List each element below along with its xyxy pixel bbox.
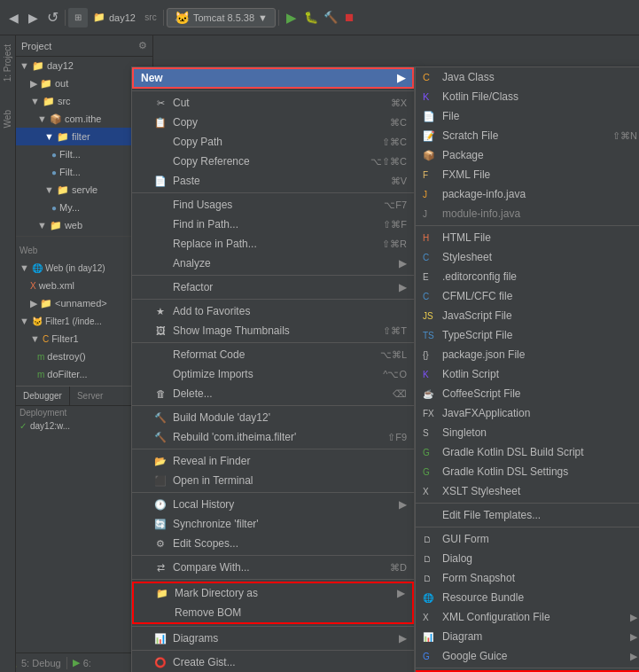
submenu-singleton[interactable]: S Singleton [416,423,639,442]
find-path-label: Find in Path... [173,218,238,231]
submenu-stylesheet[interactable]: C Stylesheet [416,247,639,267]
src-folder-icon: 📁 [43,96,55,107]
fxml-icon: F [423,170,437,180]
menu-item-edit-scopes[interactable]: ⚙ Edit Scopes... [132,534,414,553]
status-run-tab[interactable]: ▶ 6: [73,657,91,668]
toolbar-forward-btn[interactable]: ▶ [23,8,43,27]
cut-icon: ✂ [153,96,168,110]
submenu-resource-bundle[interactable]: 🌐 Resource Bundle [416,588,639,607]
submenu-pkgjson[interactable]: {} package.json File [416,345,639,364]
submenu-package[interactable]: 📦 Package [416,145,639,165]
debug-button[interactable]: 🐛 [301,8,321,27]
submenu-diagram[interactable]: 📊 Diagram ▶ [416,627,639,646]
copy-left: 📋 Copy [153,115,198,129]
submenu-html[interactable]: H HTML File [416,228,639,247]
mark-dir-icon: 📁 [155,586,169,600]
diagram-arrow: ▶ [630,631,637,643]
menu-item-cut[interactable]: ✂ Cut ⌘X [132,93,414,113]
tomcat-selector[interactable]: 🐱 Tomcat 8.5.38 ▼ [167,8,276,27]
submenu-xslt[interactable]: X XSLT Stylesheet [416,481,639,501]
submenu-kotlin-class[interactable]: K Kotlin File/Class [416,87,639,106]
scratch-left: 📝 Scratch File [423,129,498,142]
menu-item-reformat[interactable]: Reformat Code ⌥⌘L [132,345,414,364]
submenu-ts[interactable]: TS TypeScript File [416,325,639,345]
toolbar-back-btn[interactable]: ◀ [4,8,23,27]
submenu-cfml[interactable]: C CFML/CFC file [416,286,639,306]
diagrams-arrow: ▶ [399,632,407,645]
submenu-fxml[interactable]: F FXML File [416,165,639,184]
server-tab[interactable]: Server [70,387,110,405]
submenu-form-snapshot[interactable]: 🗋 Form Snapshot [416,568,639,588]
tomcat-dropdown-icon: ▼ [258,12,268,23]
submenu-module-info[interactable]: J module-info.java [416,204,639,223]
local-history-left: 🕐 Local History [153,497,234,512]
menu-item-thumbnails[interactable]: 🖼 Show Image Thumbnails ⇧⌘T [132,321,414,340]
menu-item-replace-path[interactable]: Replace in Path... ⇧⌘R [132,234,414,254]
edit-templates-label: Edit File Templates... [442,509,541,521]
tree-item-label: Web (in day12) [45,263,105,273]
menu-item-favorites[interactable]: ★ Add to Favorites [132,301,414,321]
menu-item-reveal[interactable]: 📂 Reveal in Finder [132,451,414,471]
gui-form-icon: 🗋 [423,535,437,544]
gradle-build-icon: G [423,448,437,457]
menu-item-build[interactable]: 🔨 Build Module 'day12' [132,408,414,427]
submenu-gradle-settings[interactable]: G Gradle Kotlin DSL Settings [416,462,639,481]
new-label: New [141,72,163,84]
run-button[interactable]: ▶ [282,8,301,27]
submenu-google-guice[interactable]: G Google Guice ▶ [416,646,639,666]
menu-item-delete[interactable]: 🗑 Delete... ⌫ [132,384,414,403]
menu-item-find-path[interactable]: Find in Path... ⇧⌘F [132,215,414,234]
submenu-package-info[interactable]: J package-info.java [416,184,639,204]
submenu-file[interactable]: 📄 File [416,106,639,126]
menu-item-terminal[interactable]: ⬛ Open in Terminal [132,471,414,490]
menu-item-copy[interactable]: 📋 Copy ⌘C [132,113,414,132]
project-header-settings[interactable]: ⚙ [138,40,147,51]
tree-item-label: out [55,78,68,89]
submenu-scratch[interactable]: 📝 Scratch File ⇧⌘N [416,126,639,145]
submenu-js[interactable]: JS JavaScript File [416,306,639,325]
submenu-dialog[interactable]: 🗋 Dialog [416,549,639,568]
debugger-tab[interactable]: Debugger [16,387,70,405]
menu-item-remove-bom[interactable]: Remove BOM [134,603,412,622]
ts-icon: TS [423,331,437,340]
menu-item-rebuild[interactable]: 🔨 Rebuild 'com.itheima.filter' ⇧F9 [132,427,414,447]
menu-item-local-history[interactable]: 🕐 Local History ▶ [132,495,414,514]
menu-item-copy-ref[interactable]: Copy Reference ⌥⇧⌘C [132,152,414,171]
menu-item-gist[interactable]: ⭕ Create Gist... [132,652,414,672]
submenu-kotlin-script[interactable]: K Kotlin Script [416,364,639,384]
submenu-coffeescript[interactable]: ☕ CoffeeScript File [416,384,639,403]
context-menu: New ▶ ✂ Cut ⌘X 📋 Copy ⌘C Copy Path ⇧⌘C [131,66,415,672]
tree-item-label: web.xml [39,280,74,291]
menu-item-diagrams[interactable]: 📊 Diagrams ▶ [132,629,414,648]
submenu-gui-form[interactable]: 🗋 GUI Form [416,529,639,549]
build-button[interactable]: 🔨 [321,8,340,27]
submenu-javafx[interactable]: FX JavaFXApplication [416,403,639,423]
menu-item-mark-directory[interactable]: 📁 Mark Directory as ▶ [134,583,412,603]
refactor-arrow: ▶ [399,281,407,293]
menu-item-refactor[interactable]: Refactor ▶ [132,277,414,297]
menu-item-compare[interactable]: ⇄ Compare With... ⌘D [132,558,414,577]
menu-item-synchronize[interactable]: 🔄 Synchronize 'filter' [132,514,414,534]
menu-sep-2 [132,192,414,193]
mark-dir-left: 📁 Mark Directory as [155,586,258,600]
favorites-icon: ★ [153,304,168,318]
menu-item-new[interactable]: New ▶ [132,67,414,89]
submenu-gradle-build[interactable]: G Gradle Kotlin DSL Build Script [416,442,639,462]
status-run-label: 6: [83,658,91,668]
stop-button[interactable]: ⏹ [340,8,360,27]
submenu-java-class[interactable]: C Java Class [416,67,639,87]
sidebar-tab-project[interactable]: 1: Project [1,39,14,87]
menu-item-paste[interactable]: 📄 Paste ⌘V [132,171,414,191]
menu-item-copy-path[interactable]: Copy Path ⇧⌘C [132,132,414,152]
submenu-edit-templates[interactable]: Edit File Templates... [416,505,639,525]
submenu-xml-config[interactable]: X XML Configuration File ▶ [416,607,639,627]
submenu-editorconfig[interactable]: E .editorconfig file [416,267,639,286]
kotlin-class-left: K Kotlin File/Class [423,90,518,103]
menu-item-analyze[interactable]: Analyze ▶ [132,254,414,273]
menu-item-optimize[interactable]: Optimize Imports ^⌥O [132,364,414,384]
singleton-label: Singleton [442,426,487,439]
toolbar-refresh-btn[interactable]: ↺ [43,8,62,27]
sidebar-tab-web[interactable]: Web [1,105,14,133]
menu-item-find-usages[interactable]: Find Usages ⌥F7 [132,195,414,215]
compare-shortcut: ⌘D [390,562,407,574]
